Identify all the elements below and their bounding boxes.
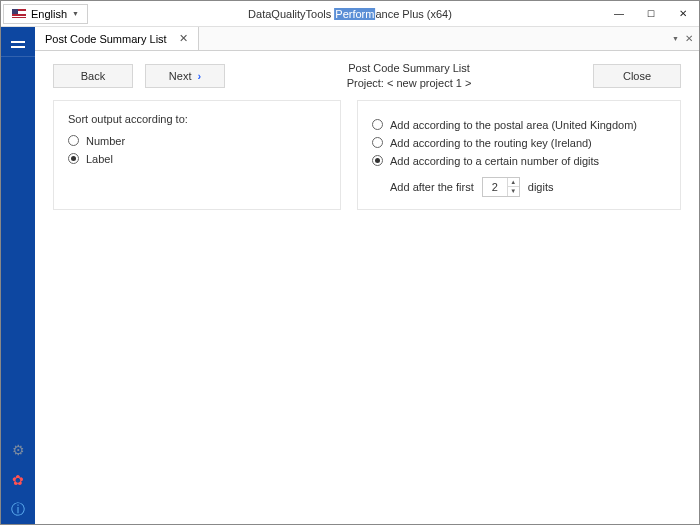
sidebar: ⚙ ✿ ⓘ xyxy=(1,27,35,525)
tabstrip: Post Code Summary List ✕ ▼ ✕ xyxy=(35,27,699,51)
project-label: Project: < new project 1 > xyxy=(237,76,581,91)
hamburger-icon xyxy=(11,41,25,43)
sort-output-group: Sort output according to: Number Label xyxy=(53,100,341,210)
digits-value: 2 xyxy=(483,181,507,193)
tab-postcode-summary[interactable]: Post Code Summary List ✕ xyxy=(35,27,199,50)
panel-close-icon[interactable]: ✕ xyxy=(685,33,693,44)
radio-icon xyxy=(372,155,383,166)
close-window-button[interactable]: ✕ xyxy=(667,1,699,26)
radio-icon xyxy=(372,137,383,148)
page-title: Post Code Summary List xyxy=(237,61,581,76)
radio-label[interactable]: Label xyxy=(68,153,326,165)
menu-toggle-button[interactable] xyxy=(1,27,35,57)
language-selector[interactable]: English ▼ xyxy=(3,4,88,24)
chevron-down-icon: ▼ xyxy=(72,10,79,17)
info-icon[interactable]: ⓘ xyxy=(1,495,35,525)
titlebar: English ▼ DataQualityTools Performance P… xyxy=(1,1,699,27)
tab-dropdown-icon[interactable]: ▼ xyxy=(672,35,679,42)
close-icon[interactable]: ✕ xyxy=(179,32,188,45)
help-icon[interactable]: ✿ xyxy=(1,465,35,495)
sort-group-label: Sort output according to: xyxy=(68,113,326,125)
radio-digits[interactable]: Add according to a certain number of dig… xyxy=(372,155,666,167)
toolbar: Back Next › Post Code Summary List Proje… xyxy=(35,51,699,100)
back-button[interactable]: Back xyxy=(53,64,133,88)
close-button[interactable]: Close xyxy=(593,64,681,88)
spin-up-icon[interactable]: ▲ xyxy=(507,178,519,187)
spin-down-icon[interactable]: ▼ xyxy=(507,187,519,196)
settings-icon[interactable]: ⚙ xyxy=(1,435,35,465)
radio-routing-key[interactable]: Add according to the routing key (Irelan… xyxy=(372,137,666,149)
tab-label: Post Code Summary List xyxy=(45,33,167,45)
maximize-button[interactable]: ☐ xyxy=(635,1,667,26)
minimize-button[interactable]: — xyxy=(603,1,635,26)
radio-number[interactable]: Number xyxy=(68,135,326,147)
digits-config-row: Add after the first 2 ▲ ▼ digits xyxy=(390,177,666,197)
radio-icon xyxy=(68,135,79,146)
language-label: English xyxy=(31,8,67,20)
next-button[interactable]: Next › xyxy=(145,64,225,88)
flag-icon xyxy=(12,9,26,18)
add-method-group: Add according to the postal area (United… xyxy=(357,100,681,210)
page-header: Post Code Summary List Project: < new pr… xyxy=(237,61,581,92)
chevron-right-icon: › xyxy=(197,70,201,82)
radio-icon xyxy=(372,119,383,130)
window-controls: — ☐ ✕ xyxy=(603,1,699,26)
app-title: DataQualityTools Performance Plus (x64) xyxy=(248,8,452,20)
radio-icon xyxy=(68,153,79,164)
digits-stepper[interactable]: 2 ▲ ▼ xyxy=(482,177,520,197)
radio-postal-area[interactable]: Add according to the postal area (United… xyxy=(372,119,666,131)
